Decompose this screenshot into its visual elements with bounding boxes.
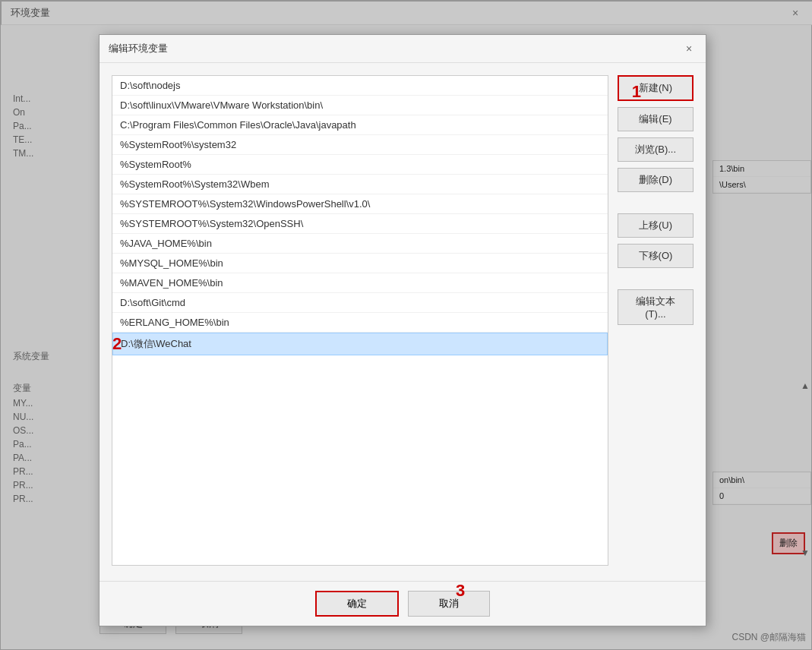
path-list[interactable]: D:\soft\nodejsD:\soft\linux\VMware\VMwar…	[112, 75, 608, 566]
path-item[interactable]: %SystemRoot%\system32	[112, 135, 608, 155]
path-item[interactable]: %SYSTEMROOT%\System32\OpenSSH\	[112, 214, 608, 234]
path-item[interactable]: D:\soft\linux\VMware\VMware Workstation\…	[112, 96, 608, 115]
move-up-button[interactable]: 上移(U)	[618, 213, 694, 238]
num-label-3: 3	[456, 581, 465, 601]
path-item[interactable]: %SystemRoot%\System32\Wbem	[112, 175, 608, 194]
edit-text-button[interactable]: 编辑文本(T)...	[618, 289, 694, 325]
path-item[interactable]: C:\Program Files\Common Files\Oracle\Jav…	[112, 115, 608, 135]
new-button[interactable]: 新建(N)	[618, 75, 694, 101]
edit-button[interactable]: 编辑(E)	[618, 107, 694, 131]
ok-button[interactable]: 确定	[315, 591, 399, 617]
dialog-title-bar: 编辑环境变量 ×	[100, 35, 706, 63]
path-item[interactable]: %ERLANG_HOME%\bin	[112, 313, 608, 333]
cancel-button[interactable]: 取消	[408, 591, 490, 617]
path-item[interactable]: %MYSQL_HOME%\bin	[112, 254, 608, 273]
delete-button[interactable]: 删除(D)	[618, 168, 694, 192]
edit-env-dialog: 编辑环境变量 × D:\soft\nodejsD:\soft\linux\VMw…	[99, 34, 706, 626]
path-item[interactable]: %MAVEN_HOME%\bin	[112, 273, 608, 293]
move-down-button[interactable]: 下移(O)	[618, 244, 694, 268]
dialog-close-icon[interactable]: ×	[681, 41, 697, 56]
dialog-footer: 确定 取消	[100, 581, 706, 626]
path-item[interactable]: D:\微信\WeChat	[112, 333, 608, 355]
path-item[interactable]: D:\soft\Git\cmd	[112, 293, 608, 313]
num-label-2: 2	[112, 334, 122, 354]
dialog-body: D:\soft\nodejsD:\soft\linux\VMware\VMwar…	[100, 63, 706, 578]
path-item[interactable]: %SYSTEMROOT%\System32\WindowsPowerShell\…	[112, 194, 608, 214]
path-item[interactable]: %JAVA_HOME%\bin	[112, 234, 608, 254]
browse-button[interactable]: 浏览(B)...	[618, 137, 694, 162]
buttons-panel: 新建(N) 编辑(E) 浏览(B)... 删除(D) 上移(U) 下移(O) 编…	[618, 75, 694, 566]
path-item[interactable]: D:\soft\nodejs	[112, 76, 608, 96]
num-label-1: 1	[632, 82, 641, 102]
path-item[interactable]: %SystemRoot%	[112, 155, 608, 175]
dialog-title: 编辑环境变量	[109, 42, 168, 55]
